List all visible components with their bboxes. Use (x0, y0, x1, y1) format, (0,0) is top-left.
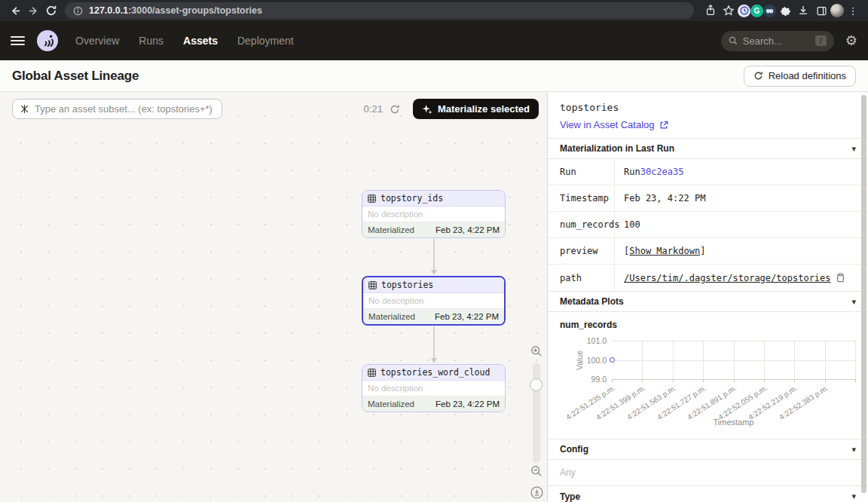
share-icon[interactable] (701, 2, 720, 19)
nav-item-runs[interactable]: Runs (139, 35, 164, 47)
asset-status: Materialized (368, 225, 414, 234)
app-navbar: Overview Runs Assets Deployment Search..… (0, 21, 868, 60)
lineage-filter-icon (20, 104, 29, 114)
reload-icon (753, 71, 763, 81)
selected-asset-title: topstories (560, 102, 856, 113)
run-id-link[interactable]: 30c2ea35 (640, 167, 684, 177)
num-records-chart: 101.0 100.0 99.0 Value (548, 329, 868, 439)
asset-description: No description (362, 381, 505, 396)
asset-name: topstories (381, 280, 433, 290)
asset-timestamp: Feb 23, 4:22 PM (436, 225, 500, 234)
zoom-slider[interactable] (533, 363, 540, 463)
asset-name: topstories_word_cloud (381, 367, 490, 378)
zoom-controls (530, 345, 543, 499)
zoom-out-icon[interactable] (530, 465, 543, 478)
row-label: Timestamp (548, 185, 615, 211)
row-value: 100 (615, 212, 868, 237)
table-row: Run Run 30c2ea35 (548, 159, 868, 185)
edge-topstories-word_cloud (430, 326, 437, 363)
chevron-down-icon[interactable]: ▾ (851, 144, 856, 154)
browser-back-icon[interactable] (6, 2, 24, 19)
materialize-selected-label: Materialize selected (438, 103, 530, 115)
row-label: num_records (548, 212, 615, 237)
asset-graph-canvas[interactable]: 0:21 Materialize selected topstory_ids N… (0, 92, 548, 502)
asset-timestamp: Feb 23, 4:22 PM (436, 399, 500, 409)
y-tick-label: 99.0 (554, 375, 607, 384)
browser-forward-icon[interactable] (24, 2, 42, 19)
url-path: :3000/asset-groups/topstories (128, 5, 262, 16)
search-placeholder: Search... (743, 35, 810, 47)
bookmark-star-icon[interactable] (720, 2, 738, 19)
browser-menu-icon[interactable]: ⋮ (844, 2, 862, 19)
url-text: 127.0.0.1:3000/asset-groups/topstories (89, 5, 262, 16)
asset-status: Materialized (368, 399, 414, 409)
nav-item-assets[interactable]: Assets (183, 35, 218, 47)
asset-node-topstories_word_cloud[interactable]: topstories_word_cloud No description Mat… (362, 364, 506, 412)
global-search-input[interactable]: Search... / (721, 31, 834, 51)
external-link-icon (659, 121, 668, 130)
refresh-icon[interactable] (390, 104, 400, 115)
page-header: Global Asset Lineage Reload definitions (0, 60, 868, 92)
section-title: Materialization in Last Run (560, 143, 674, 154)
browser-reload-icon[interactable] (42, 2, 60, 19)
config-value: Any (548, 460, 868, 485)
hamburger-menu-icon[interactable] (11, 36, 25, 46)
asset-description: No description (362, 207, 505, 222)
sparkle-icon (422, 104, 432, 115)
browser-profile-avatar[interactable] (830, 4, 844, 17)
section-title: Metadata Plots (560, 296, 624, 307)
plot-area: 4:22:51.235 p.m. 4:22:51.399 p.m. 4:22:5… (612, 341, 855, 379)
table-row: Timestamp Feb 23, 4:22 PM (548, 185, 868, 212)
catalog-link-label: View in Asset Catalog (560, 119, 655, 130)
table-row: num_records 100 (548, 212, 868, 238)
edge-topstory_ids-topstories (430, 239, 437, 275)
section-title: Config (560, 444, 588, 455)
search-shortcut-badge: / (815, 35, 827, 46)
table-row: path /Users/tim/.dagster/storage/topstor… (548, 265, 868, 291)
row-label: path (548, 265, 615, 291)
section-title: Type (560, 491, 580, 502)
data-point[interactable] (610, 357, 615, 363)
chevron-down-icon[interactable]: ▾ (851, 297, 856, 307)
browser-toolbar: 127.0.0.1:3000/asset-groups/topstories G… (0, 0, 868, 21)
zoom-slider-handle[interactable] (530, 378, 542, 391)
asset-detail-panel: topstories View in Asset Catalog Materia… (548, 92, 868, 502)
settings-gear-icon[interactable]: ⚙ (845, 34, 857, 47)
asset-node-topstory_ids[interactable]: topstory_ids No description Materialized… (362, 190, 506, 238)
zoom-in-icon[interactable] (530, 345, 543, 358)
table-icon (368, 281, 377, 289)
asset-subset-input[interactable] (35, 103, 215, 115)
dagster-logo[interactable] (36, 29, 59, 52)
side-panel-icon[interactable] (812, 2, 830, 19)
chevron-down-icon[interactable]: ▾ (851, 445, 856, 455)
y-axis-title: Value (575, 345, 584, 375)
show-markdown-link[interactable]: Show Markdown (629, 246, 700, 256)
view-in-asset-catalog-link[interactable]: View in Asset Catalog (560, 119, 668, 130)
row-value: Feb 23, 4:22 PM (615, 185, 868, 211)
reload-definitions-button[interactable]: Reload definitions (744, 66, 856, 87)
nav-item-deployment[interactable]: Deployment (237, 35, 294, 47)
extensions-puzzle-icon[interactable] (776, 2, 794, 19)
section-config-header: Config ▾ (548, 439, 868, 460)
graph-actions: 0:21 Materialize selected (364, 99, 539, 119)
panel-scrollbar[interactable] (861, 95, 866, 493)
downloads-icon[interactable] (794, 2, 812, 19)
section-materialization-header: Materialization in Last Run ▾ (548, 138, 868, 159)
extension-clock-icon[interactable] (738, 5, 750, 17)
address-bar[interactable]: 127.0.0.1:3000/asset-groups/topstories (65, 2, 694, 19)
copy-path-icon[interactable] (836, 273, 845, 283)
materialize-selected-button[interactable]: Materialize selected (413, 99, 539, 119)
asset-subset-filter[interactable] (12, 99, 222, 119)
path-link[interactable]: /Users/tim/.dagster/storage/topstories (624, 273, 831, 283)
extension-goggles-icon[interactable] (763, 5, 776, 17)
extension-grammarly-icon[interactable]: G (750, 5, 763, 17)
nav-item-overview[interactable]: Overview (75, 35, 119, 47)
run-prefix: Run (624, 167, 640, 177)
chevron-down-icon[interactable]: ▾ (851, 491, 856, 501)
asset-timestamp: Feb 23, 4:22 PM (435, 312, 499, 321)
asset-node-topstories[interactable]: topstories No description Materialized F… (362, 276, 506, 326)
url-host: 127.0.0.1 (89, 5, 128, 16)
recenter-view-icon[interactable] (530, 486, 543, 499)
site-info-icon[interactable] (73, 6, 83, 16)
table-icon (368, 194, 376, 203)
